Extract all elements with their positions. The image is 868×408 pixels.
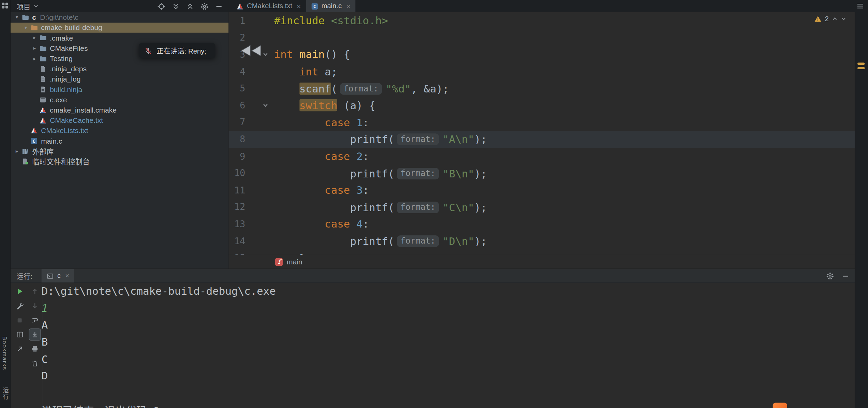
tree-item-label: 临时文件和控制台 [32, 156, 90, 167]
tree-item-c[interactable]: ▾cD:\git\note\c [10, 12, 228, 23]
line-number[interactable]: 11 [229, 185, 245, 195]
stripe-bookmarks[interactable]: Bookmarks [2, 336, 8, 370]
code-line: 10 printf(format:"B\n"); [229, 165, 855, 182]
chevron-down-icon [33, 3, 39, 9]
scroll-end-button[interactable] [29, 329, 40, 340]
restore-layout-button[interactable] [14, 329, 25, 340]
chevron-right-icon[interactable]: ▸ [31, 45, 38, 51]
close-icon[interactable]: × [346, 2, 350, 10]
code-token: case [325, 184, 350, 196]
fold-chevron-icon[interactable] [263, 52, 269, 58]
line-number[interactable]: 9 [229, 151, 245, 162]
locate-icon[interactable] [157, 2, 166, 11]
tree-item-外部库[interactable]: ▸外部库 [10, 146, 228, 156]
line-number[interactable]: 7 [229, 117, 245, 128]
chevron-down-icon[interactable]: ▾ [13, 15, 20, 20]
editor-tab-CMakeLists.txt[interactable]: CMakeLists.txt× [231, 0, 306, 12]
code-editor[interactable]: 1#include <stdio.h>23int main() {4 int a… [229, 12, 855, 255]
arrow-down-button[interactable] [29, 300, 40, 311]
console-line: B [42, 333, 852, 350]
back-arrow-icon[interactable] [248, 44, 263, 58]
tree-item-CMakeCache.txt[interactable]: CMakeCache.txt [10, 115, 228, 126]
collapse-all-icon[interactable] [185, 2, 194, 11]
line-number[interactable]: 6 [229, 100, 245, 111]
line-number[interactable]: 10 [229, 168, 245, 178]
line-number[interactable]: 5 [229, 83, 245, 94]
line-number[interactable]: 8 [229, 134, 245, 145]
line-number[interactable]: 4 [229, 66, 245, 77]
printer-button[interactable] [29, 344, 40, 354]
warning-count: 2 [825, 15, 828, 23]
settings-gear-icon[interactable] [200, 2, 209, 11]
tree-item-cmake_install.cmake[interactable]: cmake_install.cmake [10, 105, 228, 115]
stop-button[interactable] [14, 315, 25, 325]
tree-item-c.exe[interactable]: c.exe [10, 94, 228, 105]
chevron-up-icon[interactable] [832, 16, 837, 21]
main-menu-icon[interactable] [1, 2, 9, 10]
tree-item-.ninja_log[interactable]: .ninja_log [10, 74, 228, 84]
code-token: main [299, 48, 325, 61]
console-line: C [42, 350, 852, 367]
line-number[interactable]: 2 [229, 32, 245, 43]
line-number[interactable]: 13 [229, 219, 245, 229]
overlay-arrows [238, 44, 263, 58]
tree-item-build.ninja[interactable]: build.ninja [10, 84, 228, 94]
tree-item-CMakeLists.txt[interactable]: CMakeLists.txt [10, 126, 228, 136]
trash-button[interactable] [29, 358, 40, 369]
run-console[interactable]: D:\git\note\c\cmake-build-debug\c.exe1AB… [42, 282, 852, 408]
pin-button[interactable] [14, 344, 25, 354]
settings-gear-icon[interactable] [826, 272, 834, 280]
console-line: 进程已结束，退出代码 0 [42, 401, 852, 408]
rerun-button[interactable] [14, 286, 25, 297]
tree-item-cmake-build-debug[interactable]: ▾cmake-build-debug [10, 23, 228, 33]
tree-item-label: .ninja_deps [50, 65, 87, 73]
expand-all-icon[interactable] [171, 2, 180, 11]
line-number[interactable]: 12 [229, 202, 245, 213]
warning-stripe-mark[interactable] [857, 67, 865, 69]
chevron-right-icon[interactable]: ▸ [31, 35, 38, 41]
chevron-down-icon[interactable]: ▾ [22, 25, 29, 30]
project-title[interactable]: 项目 [17, 1, 31, 11]
code-token: printf [350, 167, 388, 179]
run-tab-c[interactable]: c × [42, 269, 74, 282]
code-token [350, 116, 357, 129]
stripe-run[interactable]: 运行 [2, 387, 10, 400]
run-body: D:\git\note\c\cmake-build-debug\c.exe1AB… [10, 282, 855, 408]
tree-item-main.c[interactable]: Cmain.c [10, 136, 228, 146]
close-icon[interactable]: × [297, 2, 301, 10]
gutter [245, 63, 271, 80]
code-text: printf(format:"C\n"); [271, 201, 855, 213]
project-toolbar [157, 2, 223, 11]
menu-hamburger-icon[interactable] [856, 2, 864, 10]
code-token [274, 218, 325, 230]
tree-item-.cmake[interactable]: ▸.cmake [10, 33, 228, 43]
code-token: ); [474, 201, 487, 213]
tree-item-临时文件和控制台[interactable]: 临时文件和控制台 [10, 156, 228, 166]
chevron-right-icon[interactable]: ▸ [13, 148, 20, 154]
breadcrumb-item[interactable]: main [287, 258, 302, 266]
warning-stripe-mark[interactable] [857, 62, 865, 64]
file-exe-icon [38, 96, 48, 103]
close-icon[interactable]: × [65, 272, 69, 280]
fold-chevron-icon[interactable] [263, 102, 269, 108]
hide-icon[interactable] [214, 2, 223, 11]
line-number[interactable]: 1 [229, 15, 245, 26]
inspection-widget[interactable]: 2 [814, 15, 847, 23]
run-header: 运行: c × [10, 269, 855, 283]
line-number[interactable]: 14 [229, 236, 245, 246]
soft-wrap-button[interactable] [29, 315, 40, 325]
code-line: 15 } [229, 249, 855, 255]
tree-item-.ninja_deps[interactable]: .ninja_deps [10, 64, 228, 74]
editor-tab-main.c[interactable]: Cmain.c× [306, 0, 355, 12]
notification-icon[interactable] [773, 403, 787, 408]
chevron-right-icon[interactable]: ▸ [31, 56, 38, 61]
console-icon [47, 272, 54, 279]
chevron-down-icon[interactable] [841, 16, 846, 21]
minimize-icon[interactable] [841, 272, 850, 280]
code-token: scanf [299, 82, 331, 94]
run-panel: 运行: c × D:\git\note\c\cmake-build-debug\… [10, 268, 855, 408]
arrow-up-button[interactable] [29, 286, 40, 297]
wrench-button[interactable] [14, 300, 25, 311]
tree-item-label: 外部库 [32, 146, 54, 157]
code-token [274, 99, 299, 112]
